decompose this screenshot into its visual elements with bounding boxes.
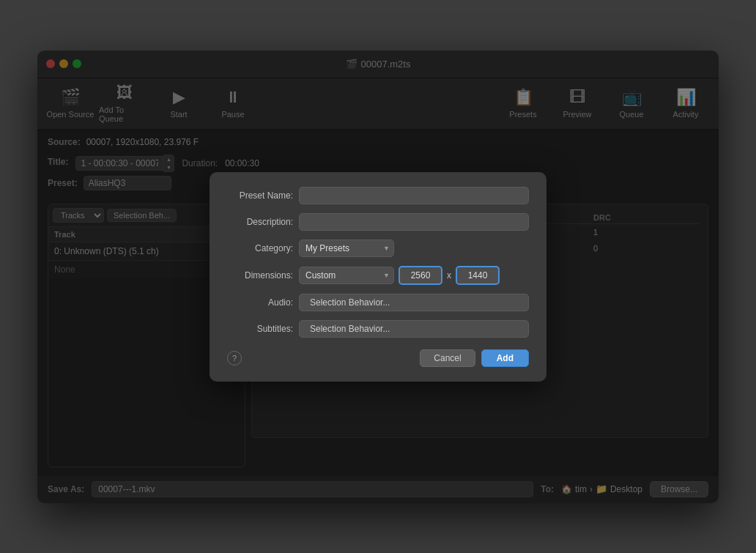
preset-modal: Preset Name: Description: Category: My P… xyxy=(210,172,546,382)
dimensions-row: Dimensions: Custom 1920x1080 1280x720 38… xyxy=(227,266,529,285)
add-button[interactable]: Add xyxy=(481,349,529,367)
cancel-button[interactable]: Cancel xyxy=(420,349,475,367)
description-row: Description: xyxy=(227,213,529,231)
main-window: 🎬 00007.m2ts 🎬 Open Source 🖼 Add To Queu… xyxy=(37,51,719,503)
dimensions-select[interactable]: Custom 1920x1080 1280x720 3840x2160 xyxy=(299,267,394,284)
help-button[interactable]: ? xyxy=(227,351,242,365)
category-select-wrap: My Presets Custom Devices ▼ xyxy=(299,240,394,257)
dimensions-controls: Custom 1920x1080 1280x720 3840x2160 ▼ x xyxy=(299,266,500,285)
category-row: Category: My Presets Custom Devices ▼ xyxy=(227,240,529,257)
subtitles-row: Subtitles: Selection Behavior... xyxy=(227,320,529,338)
dimension-separator: x xyxy=(447,270,451,281)
subtitles-behavior-button[interactable]: Selection Behavior... xyxy=(299,320,529,338)
description-input[interactable] xyxy=(299,213,529,231)
audio-behavior-button[interactable]: Selection Behavior... xyxy=(299,294,529,311)
width-input[interactable] xyxy=(399,266,442,285)
category-select[interactable]: My Presets Custom Devices xyxy=(299,240,394,257)
preset-name-row: Preset Name: xyxy=(227,187,529,204)
height-input[interactable] xyxy=(456,266,500,285)
modal-overlay: Preset Name: Description: Category: My P… xyxy=(37,51,719,503)
dimensions-select-wrap: Custom 1920x1080 1280x720 3840x2160 ▼ xyxy=(299,267,394,284)
audio-row: Audio: Selection Behavior... xyxy=(227,294,529,311)
preset-name-input[interactable] xyxy=(299,187,529,204)
modal-footer: ? Cancel Add xyxy=(227,349,529,367)
